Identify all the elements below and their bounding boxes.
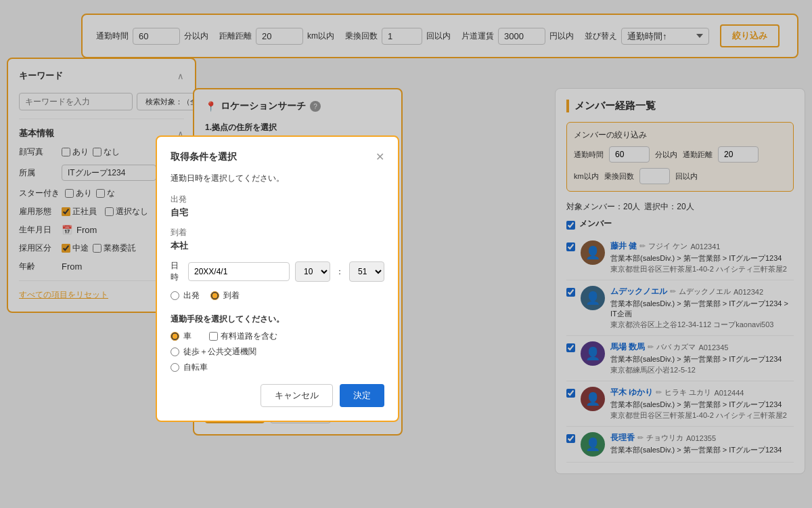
modal-title: 取得条件を選択 — [171, 151, 237, 163]
time-separator: ： — [336, 266, 344, 278]
toll-road-label: 有料道路を含む — [221, 331, 277, 342]
arrive-radio-label: 到着 — [223, 290, 240, 301]
car-label: 車 — [183, 331, 191, 342]
depart-radio-label: 出発 — [183, 290, 200, 301]
modal-close-icon[interactable]: ✕ — [376, 150, 384, 163]
modal-footer: キャンセル 決定 — [171, 384, 384, 407]
date-input[interactable] — [188, 262, 290, 281]
car-transport-item: 車 有料道路を含む — [171, 331, 384, 342]
transport-radio-group: 車 有料道路を含む 徒歩＋公共交通機関 自転車 — [171, 331, 384, 373]
walk-label: 徒歩＋公共交通機関 — [183, 346, 256, 358]
depart-radio-item[interactable]: 出発 — [171, 290, 200, 301]
modal-instruction: 通勤日時を選択してください。 — [171, 173, 384, 184]
toll-road-checkbox[interactable] — [209, 332, 218, 341]
arrival-label: 到着 — [171, 227, 384, 238]
departure-label: 出発 — [171, 194, 384, 205]
transport-instruction: 通勤手段を選択してください。 — [171, 314, 384, 325]
arrival-radio-row: 出発 到着 — [171, 290, 384, 304]
arrive-radio-item[interactable]: 到着 — [210, 290, 240, 301]
departure-field: 出発 自宅 — [171, 194, 384, 219]
date-label: 日時 — [171, 260, 180, 283]
depart-radio[interactable] — [171, 291, 179, 300]
bike-radio-item[interactable]: 自転車 — [171, 362, 384, 373]
walk-radio[interactable] — [171, 347, 179, 356]
arrival-value: 本社 — [171, 240, 384, 252]
decide-button[interactable]: 決定 — [340, 384, 384, 407]
date-row: 日時 10 ： 51 — [171, 260, 384, 283]
walk-radio-item[interactable]: 徒歩＋公共交通機関 — [171, 346, 384, 358]
modal-header: 取得条件を選択 ✕ — [171, 150, 384, 163]
modal-overlay — [0, 0, 812, 508]
car-radio-item[interactable]: 車 有料道路を含む — [171, 331, 384, 342]
bike-radio[interactable] — [171, 363, 179, 372]
modal-body: 通勤日時を選択してください。 出発 自宅 到着 本社 日時 10 ： 51 出発 — [171, 173, 384, 407]
departure-value: 自宅 — [171, 207, 384, 219]
arrive-radio[interactable] — [210, 291, 219, 300]
cancel-button[interactable]: キャンセル — [261, 384, 333, 407]
hour-select[interactable]: 10 — [295, 261, 330, 282]
car-sub-option: 有料道路を含む — [209, 331, 277, 342]
modal-dialog: 取得条件を選択 ✕ 通勤日時を選択してください。 出発 自宅 到着 本社 日時 … — [156, 135, 399, 422]
arrival-field: 到着 本社 — [171, 227, 384, 252]
bike-label: 自転車 — [183, 362, 208, 373]
minute-select[interactable]: 51 — [349, 261, 384, 282]
car-radio[interactable] — [171, 332, 179, 341]
